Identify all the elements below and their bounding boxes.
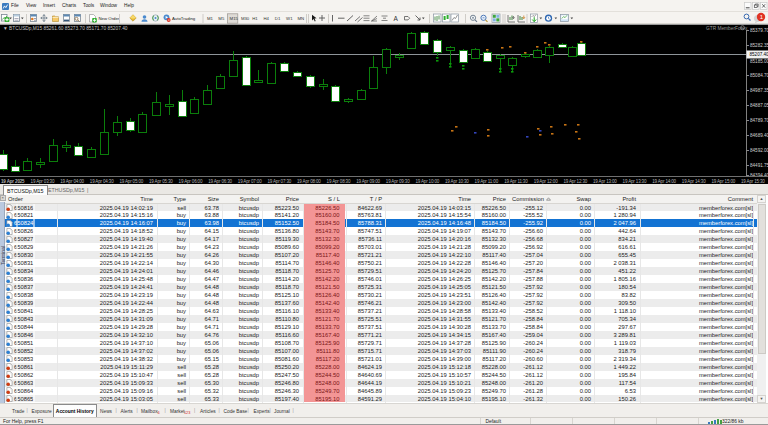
svg-text:85379.70: 85379.70 xyxy=(750,28,768,33)
svg-text:19 Apr 08:00: 19 Apr 08:00 xyxy=(297,179,321,184)
svg-text:19 Apr 04:00: 19 Apr 04:00 xyxy=(60,179,84,184)
svg-text:19 Apr 07:00: 19 Apr 07:00 xyxy=(238,179,262,184)
svg-text:84394.40: 84394.40 xyxy=(750,173,768,178)
svg-text:19 Apr 2025: 19 Apr 2025 xyxy=(1,179,25,184)
svg-text:M15: M15 xyxy=(230,16,239,21)
svg-text:19 Apr 03:30: 19 Apr 03:30 xyxy=(31,179,55,184)
svg-text:19 Apr 04:30: 19 Apr 04:30 xyxy=(90,179,114,184)
svg-text:A: A xyxy=(394,15,399,22)
svg-text:84592.00: 84592.00 xyxy=(750,148,768,153)
svg-text:19 Apr 09:00: 19 Apr 09:00 xyxy=(356,179,380,184)
svg-text:▼ BTCUSDp,M15 85261.60 85273.: ▼ BTCUSDp,M15 85261.60 85273.70 85171.70… xyxy=(3,26,128,31)
svg-text:19 Apr 11:00: 19 Apr 11:00 xyxy=(475,179,499,184)
svg-text:85084.70: 85084.70 xyxy=(750,73,768,78)
svg-text:M1: M1 xyxy=(207,16,214,21)
svg-text:AutoTrading: AutoTrading xyxy=(172,16,196,21)
svg-text:19 Apr 07:30: 19 Apr 07:30 xyxy=(267,179,291,184)
svg-text:84789.70: 84789.70 xyxy=(750,118,768,123)
svg-text:19 Apr 13:00: 19 Apr 13:00 xyxy=(593,179,617,184)
svg-text:19 Apr 10:30: 19 Apr 10:30 xyxy=(445,179,469,184)
svg-text:19 Apr 09:30: 19 Apr 09:30 xyxy=(386,179,410,184)
svg-text:D1: D1 xyxy=(275,16,281,21)
svg-text:W1: W1 xyxy=(286,16,293,21)
svg-text:19 Apr 06:30: 19 Apr 06:30 xyxy=(208,179,232,184)
svg-text:85185.00: 85185.00 xyxy=(750,59,768,64)
svg-text:84987.35: 84987.35 xyxy=(750,88,768,93)
svg-text:84887.05: 84887.05 xyxy=(750,103,768,108)
svg-text:H1: H1 xyxy=(252,16,258,21)
svg-text:19 Apr 15:30: 19 Apr 15:30 xyxy=(741,179,765,184)
svg-text:84689.40: 84689.40 xyxy=(750,133,768,138)
svg-text:19 Apr 13:30: 19 Apr 13:30 xyxy=(623,179,647,184)
svg-text:19 Apr 14:00: 19 Apr 14:00 xyxy=(652,179,676,184)
svg-text:19 Apr 14:30: 19 Apr 14:30 xyxy=(682,179,706,184)
svg-text:85207.40: 85207.40 xyxy=(750,52,768,57)
svg-text:19 Apr 08:30: 19 Apr 08:30 xyxy=(327,179,351,184)
svg-text:85282.35: 85282.35 xyxy=(750,43,768,48)
svg-text:M30: M30 xyxy=(241,16,250,21)
svg-text:19 Apr 11:30: 19 Apr 11:30 xyxy=(504,179,528,184)
svg-text:19 Apr 05:00: 19 Apr 05:00 xyxy=(119,179,143,184)
svg-text:19 Apr 12:30: 19 Apr 12:30 xyxy=(563,179,587,184)
svg-text:19 Apr 05:30: 19 Apr 05:30 xyxy=(149,179,173,184)
svg-text:19 Apr 06:00: 19 Apr 06:00 xyxy=(179,179,203,184)
svg-text:19 Apr 15:00: 19 Apr 15:00 xyxy=(711,179,735,184)
svg-text:84491.75: 84491.75 xyxy=(750,163,768,168)
svg-text:MN: MN xyxy=(297,16,304,21)
svg-text:M5: M5 xyxy=(218,16,225,21)
svg-text:19 Apr 12:00: 19 Apr 12:00 xyxy=(534,179,558,184)
svg-text:H4: H4 xyxy=(264,16,270,21)
svg-text:New Order: New Order xyxy=(99,16,120,21)
svg-text:19 Apr 10:00: 19 Apr 10:00 xyxy=(415,179,439,184)
